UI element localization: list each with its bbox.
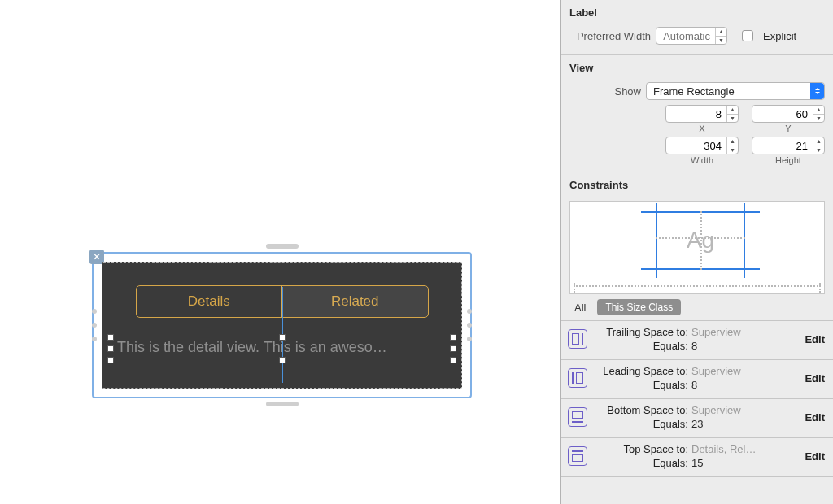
chevron-updown-icon[interactable] [810,83,824,99]
label-section-title: Label [561,0,833,24]
resize-dots-right[interactable] [467,309,472,341]
constraint-text: Top Space to:Details, Rel…Equals:15 [594,442,796,470]
x-caption: X [699,124,704,133]
stepper-arrows-icon[interactable]: ▲▼ [726,137,738,154]
height-stepper[interactable]: ▲▼ [752,137,825,154]
show-value: Frame Rectangle [653,85,735,98]
constraints-section-title: Constraints [561,172,833,196]
constraint-item[interactable]: Leading Space to:SuperviewEquals:8Edit [561,360,833,399]
stepper-arrows-icon[interactable]: ▲▼ [715,28,726,44]
resize-dots-left[interactable] [92,309,97,341]
constraint-edit-button[interactable]: Edit [803,450,826,463]
preferred-width-input[interactable] [656,28,715,44]
tab-related[interactable]: Related [281,286,428,317]
canvas-area[interactable]: ✕ Details Related This is the detail vie… [0,0,560,504]
inspector-panel: Label Preferred Width ▲▼ Explicit View S… [560,0,833,504]
constraints-glyph: Ag [656,211,745,270]
stepper-arrows-icon[interactable]: ▲▼ [726,106,738,122]
explicit-checkbox[interactable] [742,30,753,41]
height-input[interactable] [752,137,813,154]
constraint-top-icon [568,446,587,466]
constraint-item[interactable]: Bottom Space to:SuperviewEquals:23Edit [561,399,833,438]
height-caption: Height [775,155,801,165]
constraint-text: Bottom Space to:SuperviewEquals:23 [594,403,796,431]
constraint-text: Leading Space to:SuperviewEquals:8 [594,364,796,392]
show-popup[interactable]: Frame Rectangle [646,82,825,100]
width-input[interactable] [666,137,726,154]
constraint-leading-icon [568,368,587,388]
y-input[interactable] [752,106,813,122]
constraint-edit-button[interactable]: Edit [803,411,826,424]
width-caption: Width [691,155,713,165]
constraint-text: Trailing Space to:SuperviewEquals:8 [594,325,796,353]
canvas-artboard[interactable]: ✕ Details Related This is the detail vie… [92,252,472,398]
tab-all[interactable]: All [569,300,591,315]
stepper-arrows-icon[interactable]: ▲▼ [813,106,824,122]
constraint-item[interactable]: Trailing Space to:SuperviewEquals:8Edit [561,321,833,360]
preferred-width-caption: Preferred Width [569,30,651,42]
view-section-title: View [561,55,833,79]
tab-this-size-class[interactable]: This Size Class [597,299,681,315]
constraints-preview[interactable]: Ag [569,201,825,294]
constraint-list: Trailing Space to:SuperviewEquals:8EditL… [561,320,833,477]
x-stepper[interactable]: ▲▼ [665,105,739,123]
y-stepper[interactable]: ▲▼ [752,105,825,123]
constraint-edit-button[interactable]: Edit [803,372,826,385]
x-input[interactable] [666,106,726,122]
cell-content[interactable]: Details Related This is the detail view.… [102,262,462,389]
y-caption: Y [785,124,791,133]
constraint-bottom-icon [568,407,587,427]
explicit-label: Explicit [763,30,796,42]
constraint-trailing-icon [568,329,587,349]
stepper-arrows-icon[interactable]: ▲▼ [813,137,824,154]
show-caption: Show [569,85,641,98]
constraint-item[interactable]: Top Space to:Details, Rel…Equals:15Edit [561,438,833,477]
tab-details[interactable]: Details [137,286,282,317]
selection-handles[interactable] [111,337,453,360]
width-stepper[interactable]: ▲▼ [665,137,739,154]
preferred-width-stepper[interactable]: ▲▼ [656,27,727,45]
constraint-edit-button[interactable]: Edit [803,333,826,345]
